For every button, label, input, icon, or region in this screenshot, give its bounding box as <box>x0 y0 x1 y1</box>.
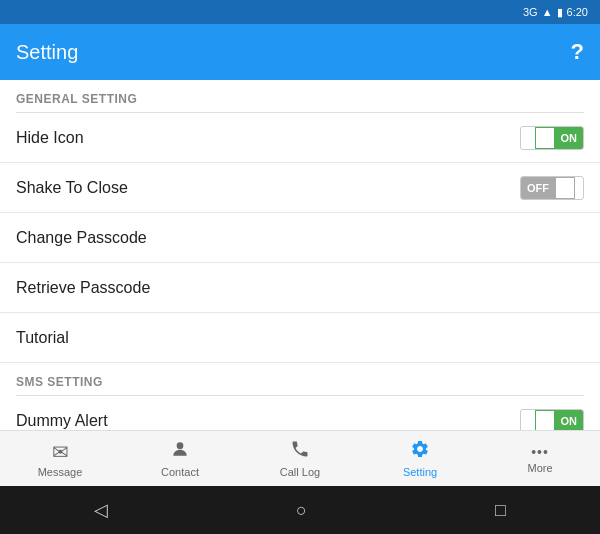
app-title: Setting <box>16 41 78 64</box>
toggle-thumb <box>535 127 555 149</box>
nav-message-label: Message <box>38 466 83 478</box>
battery-icon: ▮ <box>557 6 563 19</box>
hide-icon-toggle[interactable]: ON <box>520 126 584 150</box>
message-icon: ✉ <box>52 440 69 464</box>
retrieve-passcode-row[interactable]: Retrieve Passcode <box>0 263 600 313</box>
nav-call-log-label: Call Log <box>280 466 320 478</box>
more-icon: ••• <box>531 444 549 460</box>
dummy-alert-label: Dummy Alert <box>16 412 108 430</box>
shake-to-close-label: Shake To Close <box>16 179 128 197</box>
nav-contact-label: Contact <box>161 466 199 478</box>
back-button[interactable]: ◁ <box>94 499 108 521</box>
tutorial-row[interactable]: Tutorial <box>0 313 600 363</box>
nav-message[interactable]: ✉ Message <box>0 431 120 486</box>
status-bar: 3G ▲ ▮ 6:20 <box>0 0 600 24</box>
system-nav: ◁ ○ □ <box>0 486 600 534</box>
dummy-alert-toggle[interactable]: ON <box>520 409 584 431</box>
svg-point-0 <box>177 442 184 449</box>
change-passcode-label: Change Passcode <box>16 229 147 247</box>
shake-to-close-row[interactable]: Shake To Close OFF <box>0 163 600 213</box>
nav-call-log[interactable]: Call Log <box>240 431 360 486</box>
nav-setting[interactable]: Setting <box>360 431 480 486</box>
status-bar-icons: 3G ▲ ▮ 6:20 <box>523 6 588 19</box>
nav-more[interactable]: ••• More <box>480 431 600 486</box>
toggle-thumb <box>555 177 575 199</box>
nav-contact[interactable]: Contact <box>120 431 240 486</box>
hide-icon-label: Hide Icon <box>16 129 84 147</box>
change-passcode-row[interactable]: Change Passcode <box>0 213 600 263</box>
bottom-nav: ✉ Message Contact Call Log Setting ••• M… <box>0 430 600 486</box>
toggle-thumb <box>535 410 555 431</box>
call-log-icon <box>290 439 310 464</box>
toggle-on-label: ON <box>555 410 584 431</box>
nav-setting-label: Setting <box>403 466 437 478</box>
toggle-on-label: ON <box>555 127 584 149</box>
retrieve-passcode-label: Retrieve Passcode <box>16 279 150 297</box>
signal-icon: ▲ <box>542 6 553 18</box>
recent-button[interactable]: □ <box>495 500 506 521</box>
home-button[interactable]: ○ <box>296 500 307 521</box>
nav-more-label: More <box>527 462 552 474</box>
network-indicator: 3G <box>523 6 538 18</box>
settings-content: GENERAL SETTING Hide Icon ON Shake To Cl… <box>0 80 600 430</box>
hide-icon-row[interactable]: Hide Icon ON <box>0 113 600 163</box>
sms-section-header: SMS SETTING <box>0 363 600 395</box>
app-header: Setting ? <box>0 24 600 80</box>
shake-to-close-toggle[interactable]: OFF <box>520 176 584 200</box>
contact-icon <box>170 439 190 464</box>
clock: 6:20 <box>567 6 588 18</box>
toggle-off-label: OFF <box>521 177 555 199</box>
help-button[interactable]: ? <box>571 39 584 65</box>
tutorial-label: Tutorial <box>16 329 69 347</box>
dummy-alert-row[interactable]: Dummy Alert ON <box>0 396 600 430</box>
setting-icon <box>410 439 430 464</box>
general-section-header: GENERAL SETTING <box>0 80 600 112</box>
